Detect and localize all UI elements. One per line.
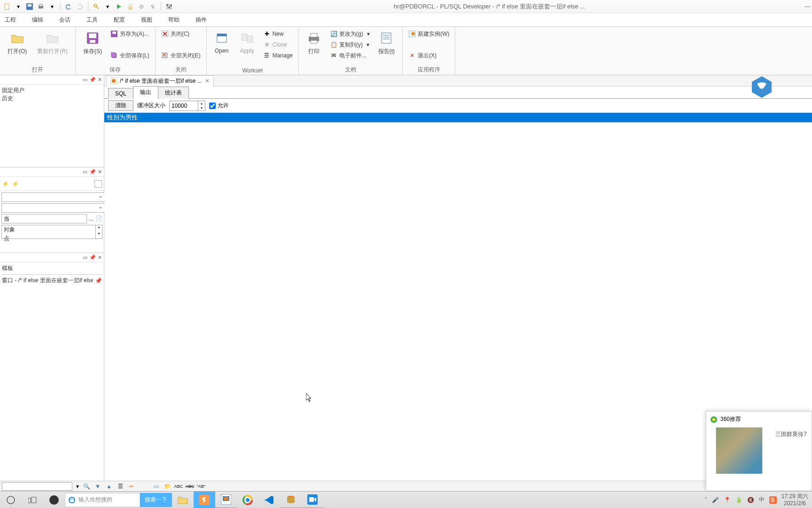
break-icon[interactable]: ↯	[148, 1, 158, 12]
tray-ime-icon[interactable]: 中	[759, 496, 765, 504]
menu-help[interactable]: 帮助	[166, 15, 181, 25]
workset-manage-button[interactable]: ☰Manage	[261, 50, 295, 61]
pin-icon[interactable]: 📌	[89, 169, 96, 175]
workset-apply-button[interactable]: Apply	[236, 29, 258, 56]
restore-icon[interactable]: ▭	[83, 169, 87, 175]
buffer-size-spinner[interactable]: ▲▼	[169, 101, 205, 111]
restore-icon[interactable]: ▭	[83, 77, 87, 83]
browse-button[interactable]: ...	[89, 215, 94, 222]
popup-text[interactable]: 三国群英传7	[775, 430, 807, 438]
new-file-icon[interactable]	[2, 1, 12, 12]
saveas-button[interactable]: 另存为(A)...	[109, 29, 151, 39]
tab-close-icon[interactable]: ✕	[205, 78, 210, 84]
history-item[interactable]: 历史	[2, 95, 102, 103]
taskbar-clock[interactable]: 17:29 周六 2021/2/6	[781, 493, 808, 507]
print-button[interactable]: 打印	[303, 29, 325, 57]
filter-input[interactable]	[1, 214, 87, 223]
fixed-user-item[interactable]: 固定用户	[2, 87, 102, 95]
list-icon[interactable]: ☰	[117, 483, 124, 490]
find-next-icon[interactable]: ▼	[94, 483, 102, 490]
closeall-button[interactable]: 全部关闭(E)	[159, 50, 203, 61]
copyto-button[interactable]: 📋复制到(y)▾	[328, 40, 372, 50]
tray-mic-icon[interactable]: 🎤	[712, 497, 719, 503]
combo-2[interactable]	[1, 203, 105, 213]
tray-sogou-icon[interactable]: S	[769, 496, 777, 504]
app-icon[interactable]	[43, 492, 65, 508]
spin-down-icon[interactable]: ▼	[198, 106, 205, 111]
menu-config[interactable]: 配置	[112, 15, 127, 25]
exit-button[interactable]: ✕退出(X)	[406, 50, 451, 61]
redo-icon[interactable]	[75, 1, 85, 12]
menu-plugins[interactable]: 插件	[194, 15, 209, 25]
close-button[interactable]: 关闭(C)	[159, 29, 203, 39]
chrome-icon[interactable]	[237, 492, 258, 508]
recorder-icon[interactable]	[302, 492, 323, 508]
close-icon[interactable]: ✕	[98, 77, 102, 83]
pin-icon[interactable]: 📌	[95, 278, 102, 284]
filter-icon[interactable]: ⚡	[12, 181, 19, 187]
document-tab[interactable]: /* if else 里面在嵌套一层if else ... ✕	[106, 75, 214, 87]
search-button[interactable]: 搜索一下	[140, 493, 172, 507]
pin-icon[interactable]: 📌	[89, 77, 96, 83]
print-icon[interactable]	[36, 1, 46, 12]
email-button[interactable]: ✉电子邮件...	[328, 50, 372, 61]
report-button[interactable]: 报告(t)	[375, 29, 398, 57]
find-prev-icon[interactable]: ▲	[105, 483, 113, 490]
newinstance-button[interactable]: ✱新建实例(W)	[406, 29, 451, 39]
lock-icon[interactable]: 🔒	[125, 1, 135, 12]
abc-icon[interactable]: ABC	[175, 483, 182, 490]
dropdown-icon[interactable]: ▾	[102, 1, 113, 12]
menu-session[interactable]: 会话	[57, 15, 72, 25]
execute-icon[interactable]	[114, 1, 124, 12]
doc-icon[interactable]: 📄	[95, 215, 102, 222]
reopen-button[interactable]: 重新打开(R)	[33, 29, 71, 57]
settings-icon[interactable]	[164, 1, 174, 12]
thunder-bird-icon[interactable]	[749, 76, 774, 98]
highlight-icon[interactable]: ✏	[128, 483, 135, 490]
allow-checkbox[interactable]: 允许	[209, 102, 229, 110]
undo-icon[interactable]	[63, 1, 74, 12]
notification-popup[interactable]: 360推荐 三国群英传7	[706, 411, 812, 491]
menu-edit[interactable]: 编辑	[30, 15, 45, 25]
key-icon[interactable]	[91, 1, 102, 12]
dropdown-icon[interactable]: ▾	[47, 1, 57, 12]
scroll-down-icon[interactable]: ▼	[96, 232, 102, 238]
popup-image[interactable]	[716, 427, 763, 474]
find-icon[interactable]: 🔍	[83, 483, 90, 490]
workset-close-button[interactable]: ✕Close	[261, 40, 295, 50]
menu-view[interactable]: 视图	[139, 15, 154, 25]
workset-open-button[interactable]: Open	[211, 29, 233, 56]
workset-new-button[interactable]: ✚New	[261, 29, 295, 39]
save-icon[interactable]	[24, 1, 35, 12]
buffer-size-input[interactable]	[170, 101, 198, 111]
start-button[interactable]	[0, 492, 22, 508]
color-box[interactable]	[94, 180, 102, 188]
filter-icon[interactable]: ⚡	[2, 181, 9, 187]
save-button[interactable]: 保存(S)	[79, 29, 106, 57]
stop-icon[interactable]: ⊘	[136, 1, 147, 12]
restore-icon[interactable]: ▭	[83, 254, 87, 261]
vmware-icon[interactable]	[215, 492, 237, 508]
vscode-icon[interactable]	[258, 492, 280, 508]
output-line[interactable]: 性别为男性	[104, 113, 812, 122]
changeto-button[interactable]: 🔄更改为(g)▾	[328, 29, 372, 39]
tray-chevron-icon[interactable]: ˄	[704, 497, 707, 503]
menu-tools[interactable]: 工具	[85, 15, 100, 25]
clear-button[interactable]: 清除	[108, 100, 133, 111]
menu-project[interactable]: 工程	[3, 15, 18, 25]
abc-strike-icon[interactable]: ABC	[186, 483, 194, 490]
taskbar-search[interactable]: 输入你想搜的	[65, 493, 140, 507]
explorer-icon[interactable]	[172, 492, 194, 508]
find-input[interactable]	[2, 482, 72, 491]
folder-icon[interactable]: 📁	[164, 483, 171, 490]
spin-up-icon[interactable]: ▲	[198, 101, 205, 106]
task-view-button[interactable]	[22, 492, 43, 508]
scroll-up-icon[interactable]: ▲	[96, 225, 102, 232]
dropdown-icon[interactable]: ▾	[76, 483, 79, 490]
saveall-button[interactable]: 全部保存(L)	[109, 50, 151, 61]
thunder-app-icon[interactable]	[194, 492, 215, 508]
tab-sql[interactable]: SQL	[108, 88, 133, 99]
tray-battery-icon[interactable]: 🔋	[735, 497, 742, 503]
plsql-app-icon[interactable]	[280, 492, 302, 508]
pin-icon[interactable]: 📌	[89, 254, 96, 261]
